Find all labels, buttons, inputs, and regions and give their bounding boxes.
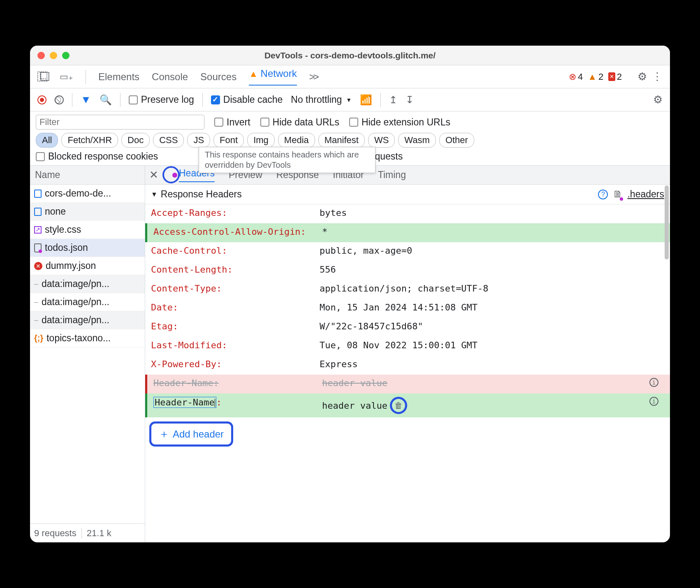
stylesheet-icon xyxy=(34,226,42,234)
window-title: DevTools - cors-demo-devtools.glitch.me/ xyxy=(30,51,670,60)
tab-timing[interactable]: Timing xyxy=(378,169,406,181)
record-button[interactable] xyxy=(37,95,46,104)
annotation-ring: 🗑 xyxy=(390,397,407,414)
image-icon: – xyxy=(34,280,38,288)
scrollbar[interactable] xyxy=(665,185,669,259)
transfer-size: 21.1 k xyxy=(87,528,111,539)
filter-icon[interactable]: ▼ xyxy=(81,93,91,106)
clear-button[interactable]: ⃠ xyxy=(55,95,64,104)
pill-ws[interactable]: WS xyxy=(368,133,395,148)
request-row-selected[interactable]: todos.json xyxy=(30,239,145,257)
pill-js[interactable]: JS xyxy=(187,133,210,148)
add-header-button[interactable]: ＋ Add header xyxy=(149,421,233,447)
header-row[interactable]: Date:Mon, 15 Jan 2024 14:51:08 GMT xyxy=(145,299,670,318)
hide-extension-urls-checkbox[interactable]: Hide extension URLs xyxy=(349,117,450,128)
pill-other[interactable]: Other xyxy=(439,133,474,148)
header-row[interactable]: Accept-Ranges:bytes xyxy=(145,204,670,223)
error-icon: ✕ xyxy=(34,262,42,270)
pill-img[interactable]: Img xyxy=(247,133,275,148)
header-name-input[interactable]: Header-Name xyxy=(153,397,216,408)
overrides-file-icon: 🗎 xyxy=(613,189,622,200)
header-row[interactable]: X-Powered-By:Express xyxy=(145,356,670,375)
pill-media[interactable]: Media xyxy=(278,133,315,148)
separator xyxy=(86,70,86,84)
request-row[interactable]: ✕dummy.json xyxy=(30,257,145,275)
throttling-select[interactable]: No throttling▼ xyxy=(291,94,352,105)
delete-header-icon[interactable]: 🗑 xyxy=(394,400,403,410)
requests-sidebar: Name cors-demo-de... none style.css todo… xyxy=(30,166,145,542)
request-row[interactable]: –data:image/pn... xyxy=(30,275,145,293)
tab-sources[interactable]: Sources xyxy=(200,71,236,83)
devtools-window: DevTools - cors-demo-devtools.glitch.me/… xyxy=(30,46,670,542)
document-icon xyxy=(34,190,42,198)
error-count[interactable]: ⊗4 xyxy=(569,72,583,82)
preserve-log-checkbox[interactable]: Preserve log xyxy=(129,94,194,105)
help-icon[interactable]: ? xyxy=(598,190,608,199)
pill-all[interactable]: All xyxy=(36,133,58,148)
titlebar: DevTools - cors-demo-devtools.glitch.me/ xyxy=(30,46,670,65)
separator xyxy=(72,93,72,107)
requests-count: 9 requests xyxy=(34,528,76,539)
collapse-caret-icon: ▼ xyxy=(151,191,158,198)
header-row[interactable]: Content-Length:556 xyxy=(145,261,670,280)
network-conditions-icon[interactable]: 📶̇ xyxy=(360,94,372,106)
request-row[interactable]: {;}topics-taxono... xyxy=(30,329,145,347)
filter-bar: Invert Hide data URLs Hide extension URL… xyxy=(30,111,670,166)
settings-icon[interactable]: ⚙ xyxy=(637,70,647,83)
request-row[interactable]: style.css xyxy=(30,221,145,239)
more-tabs[interactable]: >> xyxy=(309,71,318,83)
issues-count[interactable]: ×2 xyxy=(608,72,622,82)
invert-checkbox[interactable]: Invert xyxy=(214,117,250,128)
inspect-icon[interactable]: ⿺⃞ xyxy=(37,71,47,83)
filter-input[interactable] xyxy=(36,115,204,130)
request-details: ✕ Headers Preview Response Initiator Tim… xyxy=(145,166,670,542)
pill-manifest[interactable]: Manifest xyxy=(318,133,365,148)
headers-table: Accept-Ranges:bytes Access-Control-Allow… xyxy=(145,204,670,417)
response-headers-section[interactable]: ▼ Response Headers ? 🗎 .headers xyxy=(145,185,670,204)
header-row-overridden[interactable]: Access-Control-Allow-Origin:* xyxy=(145,223,670,242)
request-row[interactable]: –data:image/pn... xyxy=(30,311,145,329)
resource-type-filters: All Fetch/XHR Doc CSS JS Font Img Media … xyxy=(36,133,664,148)
tab-console[interactable]: Console xyxy=(152,71,188,83)
warning-icon: ▲ xyxy=(249,69,258,79)
kebab-icon[interactable]: ⋮ xyxy=(652,70,663,83)
panel-settings-icon[interactable]: ⚙ xyxy=(653,93,663,106)
info-icon[interactable]: i xyxy=(649,397,658,406)
header-row[interactable]: Last-Modified:Tue, 08 Nov 2022 15:00:01 … xyxy=(145,337,670,356)
pill-doc[interactable]: Doc xyxy=(121,133,150,148)
pill-wasm[interactable]: Wasm xyxy=(398,133,436,148)
blocked-cookies-checkbox[interactable]: Blocked response cookies xyxy=(36,151,158,162)
pill-css[interactable]: CSS xyxy=(153,133,184,148)
device-mode-icon[interactable]: ▭₊ xyxy=(60,72,73,82)
sidebar-header[interactable]: Name xyxy=(30,166,145,185)
pill-font[interactable]: Font xyxy=(213,133,244,148)
close-details-button[interactable]: ✕ xyxy=(149,169,158,181)
header-row-editing[interactable]: Header-Name: header value🗑 i xyxy=(145,394,670,417)
disable-cache-checkbox[interactable]: Disable cache xyxy=(211,94,283,105)
image-icon: – xyxy=(34,298,38,306)
header-row[interactable]: Etag:W/"22c-18457c15d68" xyxy=(145,318,670,337)
header-value-input[interactable]: header value xyxy=(322,400,387,411)
network-toolbar: ⃠ ▼ 🔍 Preserve log Disable cache No thro… xyxy=(30,88,670,111)
pill-fetch-xhr[interactable]: Fetch/XHR xyxy=(61,133,118,148)
json-override-icon xyxy=(34,243,42,252)
search-icon[interactable]: 🔍 xyxy=(100,94,112,106)
request-row[interactable]: –data:image/pn... xyxy=(30,293,145,311)
upload-icon[interactable]: ↥ xyxy=(389,94,397,106)
document-icon xyxy=(34,208,42,216)
json-icon: {;} xyxy=(34,333,43,343)
tab-elements[interactable]: Elements xyxy=(98,71,139,83)
header-row[interactable]: Cache-Control:public, max-age=0 xyxy=(145,242,670,261)
warning-count[interactable]: ▲2 xyxy=(588,72,603,82)
request-row[interactable]: none xyxy=(30,203,145,221)
tab-network[interactable]: ▲ Network xyxy=(249,68,297,86)
headers-file-link[interactable]: .headers xyxy=(627,189,664,200)
annotation-ring xyxy=(162,166,180,183)
download-icon[interactable]: ↧ xyxy=(406,94,414,106)
header-row[interactable]: Content-Type:application/json; charset=U… xyxy=(145,280,670,299)
request-row[interactable]: cors-demo-de... xyxy=(30,185,145,203)
info-icon[interactable]: i xyxy=(649,378,658,387)
hide-data-urls-checkbox[interactable]: Hide data URLs xyxy=(260,117,339,128)
header-row-removed[interactable]: Header-Name:header valuei xyxy=(145,375,670,394)
content-area: Name cors-demo-de... none style.css todo… xyxy=(30,166,670,542)
